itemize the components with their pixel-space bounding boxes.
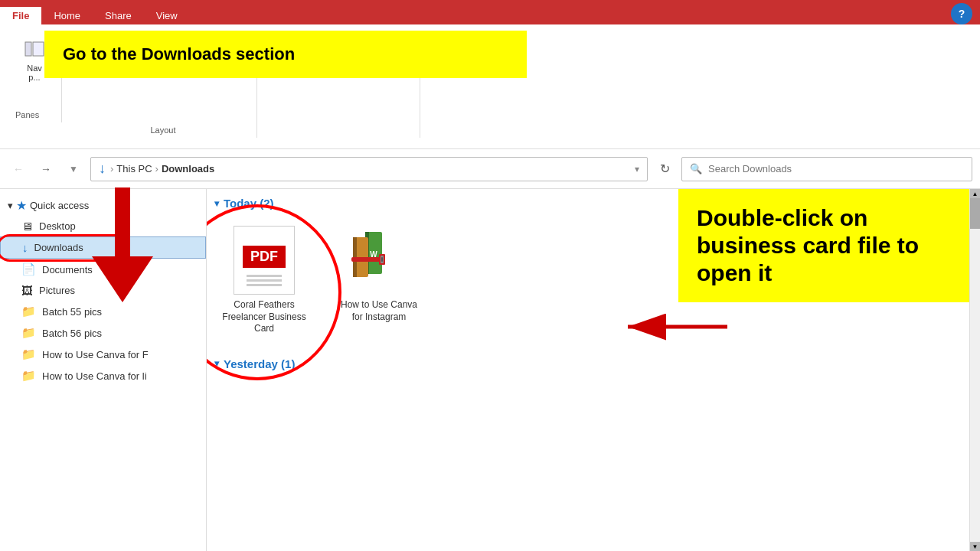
svg-rect-1 — [33, 42, 44, 56]
scroll-up[interactable]: ▲ — [970, 189, 980, 198]
callout-right: Double-click on business card file to op… — [678, 189, 969, 302]
back-button[interactable]: ← — [8, 158, 29, 180]
search-input[interactable] — [708, 163, 964, 174]
forward-button[interactable]: → — [35, 158, 57, 180]
pdf-document-icon: PDF — [234, 226, 295, 295]
scroll-thumb[interactable] — [970, 198, 980, 229]
pictures-icon: 🖼 — [21, 284, 33, 297]
path-separator2: › — [155, 163, 158, 174]
sidebar-item-pictures[interactable]: 🖼 Pictures — [0, 280, 206, 301]
today-toggle[interactable]: ▾ — [214, 198, 219, 209]
vertical-scrollbar[interactable]: ▲ ▼ — [969, 189, 980, 551]
sidebar-item-batch55[interactable]: 📁 Batch 55 pics — [0, 301, 206, 322]
sidebar-item-batch56-label: Batch 56 pics — [42, 328, 102, 339]
download-arrow-icon: ↓ — [99, 161, 106, 177]
ribbon-body: Navp... Panes ⊞ Extra large icons ⊞ Larg… — [0, 24, 980, 149]
sidebar-item-desktop[interactable]: 🖥 Desktop — [0, 216, 206, 236]
documents-icon: 📄 — [21, 262, 36, 276]
quick-access-star-icon: ★ — [16, 198, 27, 213]
quick-access-label: Quick access — [30, 200, 89, 211]
canvaf-folder-icon: 📁 — [21, 347, 36, 361]
refresh-button[interactable]: ↻ — [654, 158, 675, 180]
tab-home[interactable]: Home — [41, 7, 93, 24]
pdf-icon-area: PDF — [230, 226, 299, 295]
sidebar-item-canvaf-label: How to Use Canva for F — [42, 349, 149, 360]
batch55-folder-icon: 📁 — [21, 305, 36, 318]
ribbon: File Home Share View ? Navp... — [0, 0, 980, 149]
main-area: ▾ ★ Quick access 🖥 Desktop ↓ Downloads 📄… — [0, 189, 980, 551]
batch56-folder-icon: 📁 — [21, 326, 36, 340]
tab-share[interactable]: Share — [93, 7, 144, 24]
pdf-file-name: Coral Feathers Freelancer Business Card — [221, 299, 307, 335]
winrar-books-icon: W — [348, 228, 410, 293]
sidebar: ▾ ★ Quick access 🖥 Desktop ↓ Downloads 📄… — [0, 189, 207, 551]
callout-right-text: Double-click on business card file to op… — [697, 205, 919, 285]
sidebar-item-batch56[interactable]: 📁 Batch 56 pics — [0, 322, 206, 344]
panes-label: Panes — [15, 107, 39, 119]
sidebar-item-documents-label: Documents — [42, 264, 93, 276]
sidebar-item-batch55-label: Batch 55 pics — [42, 306, 102, 318]
callout-top: Go to the Downloads section — [44, 31, 527, 78]
today-label: Today (2) — [224, 197, 274, 210]
svg-rect-0 — [25, 42, 31, 56]
winrar-icon-area: W — [345, 226, 413, 295]
tab-view[interactable]: View — [144, 7, 190, 24]
yesterday-label: Yesterday (1) — [224, 357, 295, 370]
path-separator1: › — [110, 163, 113, 174]
desktop-icon: 🖥 — [21, 220, 33, 233]
content-area: ▾ Today (2) PDF — [207, 189, 980, 551]
yesterday-section-header: ▾ Yesterday (1) — [214, 357, 972, 370]
sidebar-item-canvali-label: How to Use Canva for li — [42, 370, 147, 382]
path-downloads: Downloads — [162, 163, 214, 174]
sidebar-item-documents[interactable]: 📄 Documents — [0, 259, 206, 280]
callout-top-text: Go to the Downloads section — [63, 44, 295, 64]
search-icon: 🔍 — [690, 163, 702, 174]
path-this-pc: This PC — [116, 163, 152, 174]
search-box[interactable]: 🔍 — [681, 157, 972, 181]
up-button[interactable]: ▼ — [63, 158, 84, 180]
winrar-file-name: How to Use Canva for Instagram — [336, 299, 422, 323]
address-path[interactable]: ↓ › This PC › Downloads ▾ — [90, 157, 648, 181]
tab-file[interactable]: File — [0, 7, 41, 24]
file-pdf[interactable]: PDF Coral Feathers Freelancer Business C… — [214, 219, 314, 342]
yesterday-toggle[interactable]: ▾ — [214, 358, 219, 369]
ribbon-tabs: File Home Share View ? — [0, 0, 980, 24]
file-winrar[interactable]: W How to Use Canva for Instagram — [329, 219, 429, 342]
quick-access-section: ▾ ★ Quick access 🖥 Desktop ↓ Downloads 📄… — [0, 195, 206, 386]
scroll-down[interactable]: ▼ — [970, 542, 980, 551]
quick-access-chevron: ▾ — [8, 200, 13, 211]
canvali-folder-icon: 📁 — [21, 369, 36, 383]
sidebar-item-canva-li[interactable]: 📁 How to Use Canva for li — [0, 365, 206, 386]
sidebar-item-desktop-label: Desktop — [39, 220, 76, 232]
path-dropdown-icon[interactable]: ▾ — [635, 164, 639, 174]
quick-access-header[interactable]: ▾ ★ Quick access — [0, 195, 206, 216]
sidebar-item-downloads-label: Downloads — [34, 242, 83, 253]
pdf-badge: PDF — [243, 246, 286, 268]
sidebar-item-canva-f[interactable]: 📁 How to Use Canva for F — [0, 344, 206, 365]
svg-rect-10 — [381, 257, 383, 262]
sidebar-item-downloads[interactable]: ↓ Downloads — [0, 236, 206, 259]
address-bar: ← → ▼ ↓ › This PC › Downloads ▾ ↻ 🔍 — [0, 149, 980, 189]
sidebar-item-pictures-label: Pictures — [39, 285, 75, 296]
downloads-icon: ↓ — [22, 241, 28, 254]
layout-label: Layout — [77, 122, 249, 135]
